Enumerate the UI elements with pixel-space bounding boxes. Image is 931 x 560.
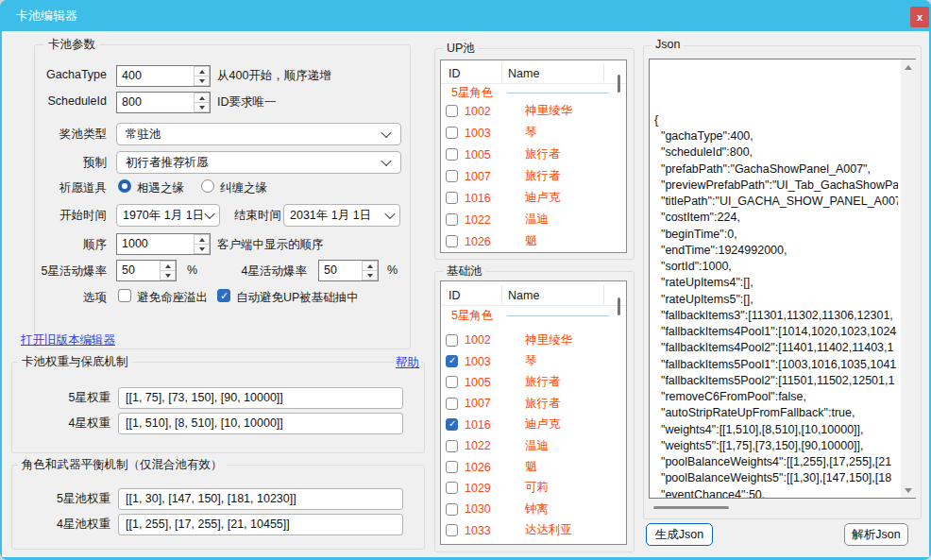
start-time-picker[interactable]: 1970年 1月 1日 bbox=[116, 204, 220, 227]
row-checkbox[interactable] bbox=[446, 440, 458, 452]
json-text[interactable]: { "gachaType":400, "scheduleId":800, "pr… bbox=[654, 63, 898, 498]
gacha-type-label: GachaType bbox=[0, 68, 107, 81]
row-checkbox[interactable] bbox=[446, 398, 458, 410]
schedule-id-value[interactable]: 800 bbox=[117, 93, 194, 112]
rate4-value[interactable]: 50 bbox=[319, 261, 362, 280]
spin-up-icon[interactable] bbox=[194, 234, 210, 245]
weights4-label: 4星权重 bbox=[0, 416, 110, 432]
spin-down-icon[interactable] bbox=[194, 245, 210, 254]
row-checkbox[interactable] bbox=[446, 482, 458, 494]
list-item[interactable]: 1016 迪卢克 bbox=[441, 187, 626, 209]
json-vertical-scrollbar[interactable] bbox=[901, 59, 916, 498]
radio-intertwined-fate-label[interactable]: 纠缠之缘 bbox=[220, 180, 267, 196]
row-name: 温迪 bbox=[525, 212, 549, 228]
row-id: 1002 bbox=[465, 333, 505, 347]
checkbox-auto-avoid-up[interactable] bbox=[217, 289, 230, 302]
spin-up-icon[interactable] bbox=[194, 66, 210, 76]
list-item[interactable]: 1033 达达利亚 bbox=[441, 520, 626, 541]
row-checkbox[interactable] bbox=[446, 503, 458, 516]
base-pool-scrollbar-thumb[interactable] bbox=[618, 297, 620, 315]
json-line: "weights4":[[1,510],[8,510],[10,10000]], bbox=[654, 422, 898, 438]
list-item[interactable]: 1002 神里绫华 bbox=[441, 330, 626, 350]
radio-intertwined-fate[interactable] bbox=[201, 179, 214, 193]
row-checkbox[interactable] bbox=[446, 105, 458, 117]
row-checkbox[interactable] bbox=[446, 148, 458, 161]
pool-type-value: 常驻池 bbox=[126, 127, 161, 143]
list-item[interactable]: 1007 旅行者 bbox=[441, 165, 626, 187]
spin-down-icon[interactable] bbox=[362, 271, 378, 280]
end-time-picker[interactable]: 2031年 1月 1日 bbox=[283, 204, 400, 227]
row-checkbox[interactable] bbox=[446, 376, 458, 388]
row-checkbox[interactable] bbox=[446, 355, 458, 367]
rate5-value[interactable]: 50 bbox=[117, 261, 160, 280]
prefab-select[interactable]: 初行者推荐祈愿 bbox=[116, 151, 401, 174]
list-item[interactable]: 1030 钟离 bbox=[441, 499, 626, 519]
order-value[interactable]: 1000 bbox=[117, 234, 194, 254]
row-checkbox[interactable] bbox=[446, 418, 458, 431]
list-item[interactable]: 1026 魈 bbox=[441, 456, 626, 477]
pool-weights4-input[interactable]: [[1, 255], [17, 255], [21, 10455]] bbox=[118, 514, 403, 535]
scroll-down-icon[interactable] bbox=[901, 483, 916, 498]
row-checkbox[interactable] bbox=[446, 213, 458, 226]
json-horizontal-scrollbar-thumb[interactable] bbox=[653, 506, 729, 509]
base-pool-col-id[interactable]: ID bbox=[449, 289, 461, 302]
row-name: 神里绫华 bbox=[525, 103, 572, 119]
up-pool-list[interactable]: ID Name 5星角色 1002 神里绫华 1003 琴 bbox=[440, 59, 627, 253]
up-pool-col-id[interactable]: ID bbox=[449, 67, 461, 80]
pool-type-select[interactable]: 常驻池 bbox=[116, 123, 401, 145]
list-item[interactable]: 1022 温迪 bbox=[441, 435, 626, 456]
parse-json-button[interactable]: 解析Json bbox=[844, 523, 908, 546]
checkbox-auto-avoid-up-label[interactable]: 自动避免UP被基础抽中 bbox=[236, 290, 359, 306]
rate5-stepper[interactable]: 50 bbox=[116, 260, 177, 281]
list-item[interactable]: 1002 神里绫华 bbox=[441, 100, 626, 122]
list-item[interactable]: 1022 温迪 bbox=[441, 209, 626, 230]
spin-up-icon[interactable] bbox=[194, 93, 210, 103]
up-pool-scrollbar-thumb[interactable] bbox=[618, 75, 620, 93]
help-link[interactable]: 帮助 bbox=[394, 355, 421, 371]
list-item[interactable]: 1026 魈 bbox=[441, 230, 626, 252]
row-checkbox[interactable] bbox=[446, 192, 458, 204]
row-checkbox[interactable] bbox=[446, 235, 458, 247]
base-pool-col-name[interactable]: Name bbox=[508, 289, 539, 302]
spin-down-icon[interactable] bbox=[160, 271, 176, 280]
radio-acquaint-fate[interactable] bbox=[118, 179, 131, 193]
list-item[interactable]: 1005 旅行者 bbox=[441, 144, 626, 165]
schedule-id-stepper[interactable]: 800 bbox=[116, 92, 211, 113]
gacha-type-value[interactable]: 400 bbox=[117, 66, 194, 86]
row-checkbox[interactable] bbox=[446, 334, 458, 347]
chevron-down-icon bbox=[204, 209, 214, 219]
spin-up-icon[interactable] bbox=[362, 261, 378, 271]
row-checkbox[interactable] bbox=[446, 524, 458, 536]
list-item[interactable]: 1016 迪卢克 bbox=[441, 415, 626, 435]
checkbox-avoid-constellation-overflow[interactable] bbox=[118, 289, 131, 302]
row-checkbox[interactable] bbox=[446, 127, 458, 139]
checkbox-avoid-constellation-overflow-label[interactable]: 避免命座溢出 bbox=[137, 290, 208, 306]
row-id: 1003 bbox=[465, 355, 505, 368]
list-item[interactable]: 1003 琴 bbox=[441, 350, 626, 371]
pool-weights5-input[interactable]: [[1, 30], [147, 150], [181, 10230]] bbox=[118, 488, 403, 510]
base-pool-list[interactable]: ID Name 5星角色 1002 神里绫华 1003 琴 bbox=[440, 280, 627, 545]
spin-down-icon[interactable] bbox=[194, 76, 210, 86]
list-item[interactable]: 1029 可莉 bbox=[441, 478, 626, 499]
radio-acquaint-fate-label[interactable]: 相遇之缘 bbox=[137, 180, 184, 196]
list-item[interactable]: 1007 旅行者 bbox=[441, 393, 626, 414]
weights4-input[interactable]: [[1, 510], [8, 510], [10, 10000]] bbox=[118, 413, 403, 434]
scroll-up-icon[interactable] bbox=[901, 59, 916, 75]
rate4-stepper[interactable]: 50 bbox=[318, 260, 379, 281]
generate-json-button[interactable]: 生成Json bbox=[646, 523, 713, 546]
list-item[interactable]: 1035 七七 bbox=[441, 541, 626, 545]
row-checkbox[interactable] bbox=[446, 461, 458, 473]
json-textarea[interactable]: { "gachaType":400, "scheduleId":800, "pr… bbox=[649, 59, 916, 499]
row-name: 旅行者 bbox=[525, 146, 561, 162]
list-item[interactable]: 1005 旅行者 bbox=[441, 372, 626, 393]
up-pool-col-name[interactable]: Name bbox=[508, 67, 539, 80]
weights5-input[interactable]: [[1, 75], [73, 150], [90, 10000]] bbox=[118, 387, 403, 409]
open-legacy-editor-link[interactable]: 打开旧版本编辑器 bbox=[21, 332, 115, 348]
row-checkbox[interactable] bbox=[446, 170, 458, 182]
spin-up-icon[interactable] bbox=[160, 261, 176, 271]
list-item[interactable]: 1003 琴 bbox=[441, 122, 626, 144]
spin-down-icon[interactable] bbox=[194, 103, 210, 112]
gacha-type-stepper[interactable]: 400 bbox=[116, 65, 211, 87]
order-stepper[interactable]: 1000 bbox=[116, 233, 211, 255]
close-icon[interactable]: x bbox=[910, 7, 929, 27]
